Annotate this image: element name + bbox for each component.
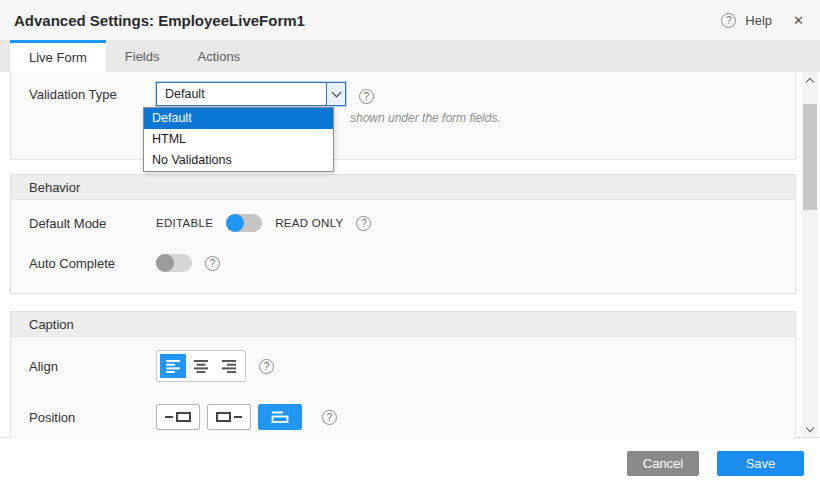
align-right-button[interactable] xyxy=(216,354,242,378)
scrollbar-up-arrow[interactable] xyxy=(802,72,818,88)
default-mode-toggle[interactable] xyxy=(226,214,262,232)
validation-hint-text: shown under the form fields. xyxy=(350,111,501,125)
label-left-icon xyxy=(164,410,192,424)
tab-bar: Live Form Fields Actions xyxy=(0,40,820,72)
label-right-icon xyxy=(215,410,243,424)
dialog-footer: Cancel Save xyxy=(0,437,820,488)
save-button[interactable]: Save xyxy=(717,451,804,476)
default-mode-help-icon[interactable]: ? xyxy=(356,216,371,231)
header-actions: ? Help ✕ xyxy=(721,13,804,28)
scrollbar-thumb[interactable] xyxy=(803,104,817,210)
section-gap xyxy=(0,160,820,174)
vertical-scrollbar[interactable] xyxy=(802,72,818,437)
help-link[interactable]: Help xyxy=(745,13,772,28)
tab-fields[interactable]: Fields xyxy=(106,40,179,72)
validation-dropdown-list: Default HTML No Validations xyxy=(143,107,334,172)
behavior-section: Behavior Default Mode EDITABLE READ ONLY… xyxy=(10,174,796,294)
dropdown-option-default[interactable]: Default xyxy=(144,108,333,129)
validation-type-value: Default xyxy=(157,87,326,101)
align-left-button[interactable] xyxy=(160,354,186,378)
dialog-header: Advanced Settings: EmployeeLiveForm1 ? H… xyxy=(0,0,820,40)
validation-type-label: Validation Type xyxy=(29,87,156,102)
align-center-icon xyxy=(194,359,208,373)
caption-section-title: Caption xyxy=(11,312,795,337)
dropdown-option-no-validations[interactable]: No Validations xyxy=(144,150,333,171)
validation-help-icon[interactable]: ? xyxy=(359,89,374,104)
align-help-icon[interactable]: ? xyxy=(259,359,274,374)
select-chevron-button[interactable] xyxy=(326,83,345,105)
position-help-icon[interactable]: ? xyxy=(322,410,337,425)
tab-actions[interactable]: Actions xyxy=(178,40,259,72)
cancel-button[interactable]: Cancel xyxy=(627,451,699,476)
chevron-down-icon xyxy=(331,88,341,98)
behavior-section-title: Behavior xyxy=(11,175,795,200)
read-only-option-label: READ ONLY xyxy=(275,217,343,229)
label-top-icon xyxy=(269,410,291,424)
default-mode-label: Default Mode xyxy=(29,216,156,231)
auto-complete-label: Auto Complete xyxy=(29,256,156,271)
scrollbar-down-arrow[interactable] xyxy=(802,421,818,437)
caption-section: Caption Align xyxy=(10,311,796,439)
align-center-button[interactable] xyxy=(188,354,214,378)
align-label: Align xyxy=(29,359,156,374)
auto-complete-help-icon[interactable]: ? xyxy=(205,256,220,271)
position-label: Position xyxy=(29,410,156,425)
position-right-button[interactable] xyxy=(207,404,251,430)
chevron-down-icon xyxy=(806,423,814,431)
settings-scroll-area: Validation Type Default ? shown under th… xyxy=(0,72,820,437)
chevron-up-icon xyxy=(806,77,814,85)
section-gap xyxy=(0,294,820,311)
help-icon[interactable]: ? xyxy=(721,13,736,28)
position-top-button[interactable] xyxy=(258,404,302,430)
align-right-icon xyxy=(222,359,236,373)
toggle-knob xyxy=(226,214,244,232)
align-left-icon xyxy=(166,359,180,373)
auto-complete-toggle[interactable] xyxy=(156,254,192,272)
toggle-knob xyxy=(156,254,174,272)
dropdown-option-html[interactable]: HTML xyxy=(144,129,333,150)
close-icon[interactable]: ✕ xyxy=(793,13,804,28)
editable-option-label: EDITABLE xyxy=(156,217,213,229)
position-left-button[interactable] xyxy=(156,404,200,430)
align-button-group xyxy=(156,350,246,382)
validation-type-select[interactable]: Default xyxy=(156,82,346,106)
dialog-title: Advanced Settings: EmployeeLiveForm1 xyxy=(14,12,305,29)
tab-live-form[interactable]: Live Form xyxy=(10,40,106,72)
